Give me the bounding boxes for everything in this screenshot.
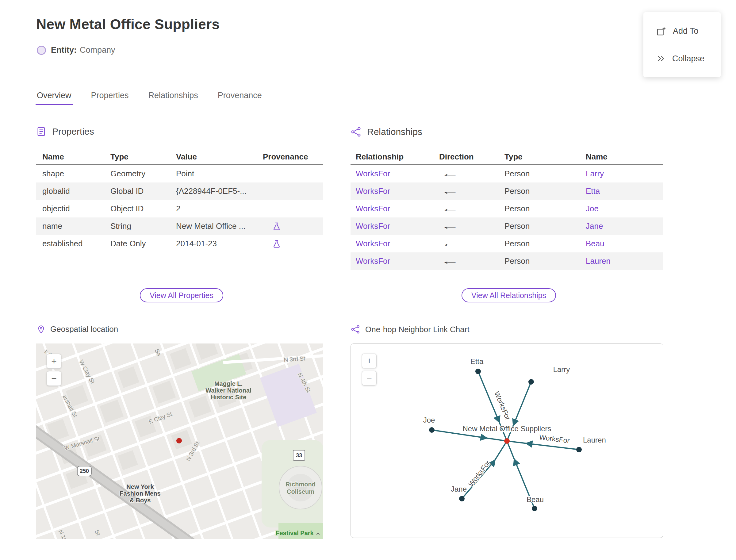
- properties-table: Name Type Value Provenance shape Geometr…: [36, 149, 323, 252]
- geospatial-map[interactable]: k Rd Sa W Clay St arshall St W Marshall …: [36, 343, 323, 539]
- properties-section-title: Properties: [52, 126, 94, 137]
- property-row: objectid Object ID 2: [36, 200, 323, 217]
- provenance-flask-icon[interactable]: [272, 239, 323, 248]
- property-row: established Date Only 2014-01-23: [36, 235, 323, 252]
- property-row: name String New Metal Office ...: [36, 217, 323, 235]
- relationship-link[interactable]: WorksFor: [356, 221, 439, 231]
- collapse-button[interactable]: Collapse: [656, 54, 721, 63]
- map-place-label: Coliseum: [287, 488, 314, 495]
- map-zoom-in-button[interactable]: +: [47, 354, 61, 369]
- action-panel: Add To Collapse: [643, 12, 721, 77]
- link-chart[interactable]: WorksFor WorksFor WorksFor Etta Larry Jo…: [351, 343, 663, 538]
- property-value: New Metal Office ...: [176, 221, 263, 231]
- property-name: established: [42, 239, 110, 248]
- relationship-row: WorksFor ← Person Joe: [351, 200, 663, 217]
- related-entity-link[interactable]: Lauren: [586, 256, 662, 266]
- relationships-section-header: Relationships: [351, 126, 422, 137]
- property-row: globalid Global ID {A228944F-0EF5-...: [36, 182, 323, 200]
- add-to-icon: [656, 26, 666, 36]
- relationships-icon: [351, 126, 362, 137]
- chart-zoom-in-button[interactable]: +: [362, 354, 377, 368]
- geospatial-section-title: Geospatial location: [50, 324, 118, 334]
- property-value: {A228944F-0EF5-...: [176, 186, 263, 196]
- map-attribution-expander[interactable]: [314, 530, 322, 538]
- entity-type-value: Company: [80, 45, 115, 55]
- relationship-row: WorksFor ← Person Etta: [351, 182, 663, 200]
- node-joe[interactable]: [429, 427, 435, 433]
- property-name: shape: [42, 169, 110, 178]
- properties-section-header: Properties: [36, 126, 94, 137]
- edge-label: WorksFor: [467, 459, 492, 488]
- chart-zoom-out-button[interactable]: −: [362, 371, 377, 385]
- link-chart-icon: [351, 324, 360, 334]
- add-to-button[interactable]: Add To: [656, 26, 721, 36]
- direction-arrow-left-icon: ←: [440, 256, 581, 266]
- page-title: New Metal Office Suppliers: [36, 16, 220, 33]
- direction-arrow-left-icon: ←: [440, 204, 581, 214]
- relationship-row: WorksFor ← Person Beau: [351, 235, 663, 252]
- property-value: 2: [176, 204, 263, 213]
- related-entity-link[interactable]: Beau: [586, 239, 662, 248]
- relationship-link[interactable]: WorksFor: [356, 239, 439, 248]
- link-chart-section-title: One-hop Neighbor Link Chart: [365, 325, 470, 334]
- relationship-row: WorksFor ← Person Jane: [351, 217, 663, 235]
- map-place-label: & Boys: [130, 497, 151, 504]
- map-place-label: Walker National: [205, 387, 251, 394]
- tab-overview[interactable]: Overview: [36, 91, 72, 105]
- node-center[interactable]: [504, 438, 510, 444]
- related-entity-link[interactable]: Etta: [586, 186, 662, 196]
- relationship-link[interactable]: WorksFor: [356, 186, 439, 196]
- view-all-relationships-button[interactable]: View All Relationships: [462, 288, 556, 302]
- relationships-table-header: Relationship Direction Type Name: [351, 149, 663, 165]
- related-entity-link[interactable]: Jane: [586, 221, 662, 231]
- center-node-label: New Metal Office Suppliers: [462, 424, 551, 433]
- node-label-jane: Jane: [451, 485, 467, 493]
- relationship-link[interactable]: WorksFor: [356, 256, 439, 266]
- related-entity-link[interactable]: Joe: [586, 204, 662, 213]
- tab-provenance[interactable]: Provenance: [217, 91, 263, 105]
- node-jane[interactable]: [459, 496, 465, 501]
- map-place-label: Festival Park: [276, 530, 314, 536]
- edge-label: WorksFor: [493, 390, 512, 421]
- property-type: String: [110, 221, 176, 231]
- col-type: Type: [504, 152, 586, 162]
- col-direction: Direction: [439, 152, 504, 162]
- relationships-table: Relationship Direction Type Name WorksFo…: [351, 149, 663, 270]
- edge-label: WorksFor: [539, 433, 570, 445]
- document-icon: [36, 126, 47, 137]
- geospatial-section-header: Geospatial location: [37, 324, 118, 334]
- svg-text:250: 250: [80, 468, 89, 474]
- node-beau[interactable]: [532, 506, 537, 511]
- col-relationship: Relationship: [356, 152, 439, 162]
- view-all-properties-button[interactable]: View All Properties: [140, 288, 223, 302]
- node-label-joe: Joe: [423, 416, 435, 424]
- route-shield-250: 250: [77, 466, 91, 476]
- related-entity-link[interactable]: Larry: [586, 169, 662, 178]
- svg-text:33: 33: [296, 452, 302, 458]
- col-name: Name: [586, 152, 662, 162]
- relationship-link[interactable]: WorksFor: [356, 169, 439, 178]
- map-place-label: Richmond: [286, 481, 316, 488]
- node-label-beau: Beau: [527, 495, 544, 504]
- col-type: Type: [110, 152, 176, 162]
- map-entity-marker[interactable]: [176, 438, 182, 443]
- entity-type-icon: [37, 46, 46, 55]
- relationship-link[interactable]: WorksFor: [356, 204, 439, 213]
- collapse-label: Collapse: [672, 54, 704, 63]
- map-pin-icon: [37, 325, 45, 334]
- node-lauren[interactable]: [576, 447, 582, 452]
- link-chart-canvas: WorksFor WorksFor WorksFor Etta Larry Jo…: [351, 344, 663, 538]
- property-type: Date Only: [110, 239, 176, 248]
- provenance-flask-icon[interactable]: [272, 222, 323, 231]
- tab-properties[interactable]: Properties: [90, 91, 129, 105]
- tab-relationships[interactable]: Relationships: [148, 91, 199, 105]
- tab-bar: Overview Properties Relationships Proven…: [36, 91, 263, 105]
- route-shield-33: 33: [293, 450, 305, 461]
- node-larry[interactable]: [528, 379, 534, 385]
- node-etta[interactable]: [475, 369, 481, 374]
- property-type: Geometry: [110, 169, 176, 178]
- col-provenance: Provenance: [263, 152, 323, 162]
- map-zoom-out-button[interactable]: −: [47, 371, 61, 386]
- relationship-row: WorksFor ← Person Lauren: [351, 252, 663, 270]
- entity-label: Entity:: [51, 45, 77, 55]
